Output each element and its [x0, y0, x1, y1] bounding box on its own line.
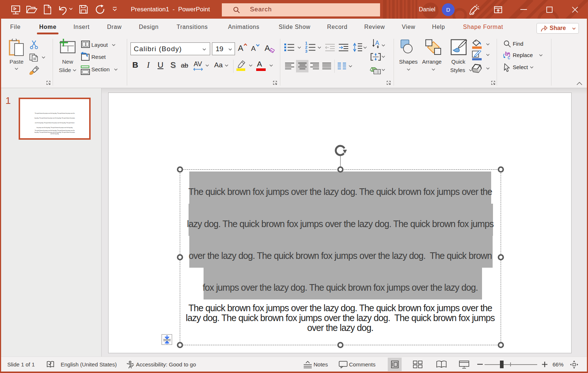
svg-text:A: A [375, 39, 379, 46]
